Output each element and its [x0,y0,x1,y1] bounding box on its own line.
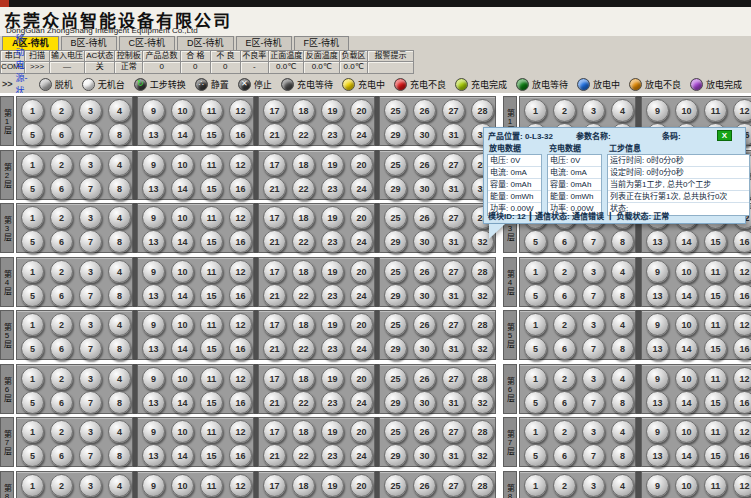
cell-circle[interactable]: 10 [171,153,194,176]
cell-circle[interactable]: 5 [524,284,547,307]
cell-circle[interactable]: 8 [108,337,131,360]
cell-circle[interactable]: 31 [442,230,465,253]
cell-circle[interactable]: 10 [171,474,194,497]
cell-circle[interactable]: 17 [263,313,286,336]
cell-circle[interactable]: 10 [675,260,698,283]
cell-circle[interactable]: 25 [384,260,407,283]
cell-circle[interactable]: 16 [229,230,252,253]
cell-circle[interactable]: 13 [142,391,165,414]
cell-circle[interactable]: 7 [79,123,102,146]
cell-circle[interactable]: 3 [79,206,102,229]
cell-circle[interactable]: 10 [171,206,194,229]
cell-circle[interactable]: 14 [675,230,698,253]
cell-circle[interactable]: 27 [442,420,465,443]
cell-circle[interactable]: 15 [200,123,223,146]
cell-circle[interactable]: 10 [171,313,194,336]
cell-circle[interactable]: 11 [704,99,727,122]
cell-circle[interactable]: 27 [442,206,465,229]
cell-circle[interactable]: 31 [442,284,465,307]
cell-circle[interactable]: 7 [79,177,102,200]
cell-circle[interactable]: 29 [384,284,407,307]
cell-circle[interactable]: 4 [611,420,634,443]
cell-circle[interactable]: 3 [582,367,605,390]
cell-circle[interactable]: 14 [171,123,194,146]
cell-circle[interactable]: 1 [21,260,44,283]
cell-circle[interactable]: 24 [350,177,373,200]
cell-circle[interactable]: 20 [350,313,373,336]
cell-circle[interactable]: 14 [171,337,194,360]
cell-circle[interactable]: 9 [142,153,165,176]
cell-circle[interactable]: 8 [611,337,634,360]
cell-circle[interactable]: 27 [442,153,465,176]
zone-tab-2[interactable]: C区-待机 [119,36,176,50]
cell-circle[interactable]: 15 [200,444,223,467]
cell-circle[interactable]: 1 [524,367,547,390]
cell-circle[interactable]: 15 [704,230,727,253]
cell-circle[interactable]: 8 [108,391,131,414]
cell-circle[interactable]: 26 [413,206,436,229]
cell-circle[interactable]: 30 [413,284,436,307]
cell-circle[interactable]: 29 [384,177,407,200]
cell-circle[interactable]: 7 [79,444,102,467]
cell-circle[interactable]: 4 [611,367,634,390]
cell-circle[interactable]: 9 [142,206,165,229]
cell-circle[interactable]: 4 [611,260,634,283]
cell-circle[interactable]: 4 [108,313,131,336]
cell-circle[interactable]: 5 [21,284,44,307]
cell-circle[interactable]: 6 [50,123,73,146]
cell-circle[interactable]: 16 [229,284,252,307]
cell-circle[interactable]: 4 [108,206,131,229]
cell-circle[interactable]: 14 [675,337,698,360]
cell-circle[interactable]: 3 [79,474,102,497]
cell-circle[interactable]: 22 [292,284,315,307]
cell-circle[interactable]: 16 [229,123,252,146]
cell-circle[interactable]: 13 [142,123,165,146]
cell-circle[interactable]: 9 [142,420,165,443]
cell-circle[interactable]: 30 [413,391,436,414]
cell-circle[interactable]: 29 [384,444,407,467]
cell-circle[interactable]: 5 [524,391,547,414]
cell-circle[interactable]: 24 [350,444,373,467]
cell-circle[interactable]: 24 [350,230,373,253]
cell-circle[interactable]: 3 [582,474,605,497]
cell-circle[interactable]: 11 [704,313,727,336]
cell-circle[interactable]: 14 [171,177,194,200]
cell-circle[interactable]: 18 [292,153,315,176]
cell-circle[interactable]: 6 [553,444,576,467]
cell-circle[interactable]: 10 [675,474,698,497]
cell-circle[interactable]: 32 [471,391,494,414]
cell-circle[interactable]: 14 [675,284,698,307]
cell-circle[interactable]: 6 [50,391,73,414]
cell-circle[interactable]: 28 [471,474,494,497]
cell-circle[interactable]: 23 [321,123,344,146]
cell-circle[interactable]: 30 [413,337,436,360]
cell-circle[interactable]: 2 [50,420,73,443]
cell-circle[interactable]: 16 [733,284,751,307]
cell-circle[interactable]: 24 [350,391,373,414]
cell-circle[interactable]: 10 [171,420,194,443]
cell-circle[interactable]: 17 [263,420,286,443]
cell-circle[interactable]: 18 [292,206,315,229]
cell-circle[interactable]: 16 [733,391,751,414]
cell-circle[interactable]: 31 [442,391,465,414]
cell-circle[interactable]: 10 [171,99,194,122]
cell-circle[interactable]: 21 [263,284,286,307]
cell-circle[interactable]: 17 [263,206,286,229]
cell-circle[interactable]: 17 [263,99,286,122]
cell-circle[interactable]: 20 [350,153,373,176]
cell-circle[interactable]: 15 [200,284,223,307]
cell-circle[interactable]: 12 [229,99,252,122]
cell-circle[interactable]: 1 [524,313,547,336]
cell-circle[interactable]: 12 [229,313,252,336]
cell-circle[interactable]: 3 [79,313,102,336]
cell-circle[interactable]: 3 [79,153,102,176]
cell-circle[interactable]: 1 [21,99,44,122]
cell-circle[interactable]: 4 [108,474,131,497]
cell-circle[interactable]: 22 [292,444,315,467]
cell-circle[interactable]: 2 [50,260,73,283]
cell-circle[interactable]: 5 [21,123,44,146]
cell-circle[interactable]: 4 [108,260,131,283]
cell-circle[interactable]: 6 [553,284,576,307]
cell-circle[interactable]: 11 [200,474,223,497]
cell-circle[interactable]: 26 [413,367,436,390]
